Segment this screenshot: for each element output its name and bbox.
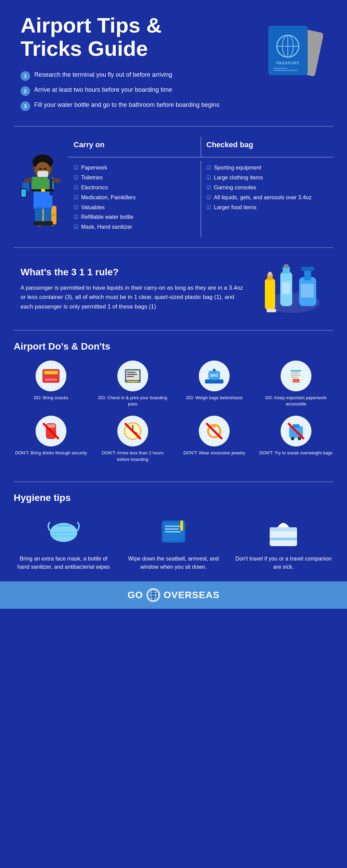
svg-rect-58 [127,374,137,375]
svg-text:COVID-19: COVID-19 [291,380,301,382]
hygiene-grid: Bring an extra face mask, a bottle of ha… [14,512,333,571]
svg-rect-49 [267,309,276,312]
tissue-illustration [265,512,302,550]
checked-item-5: ☑Larger food items [206,204,328,211]
checked-bag-title: Checked bag [206,140,328,149]
svg-rect-59 [127,376,134,377]
checked-bag-items: ☑Sporting equipment ☑Large clothing item… [201,161,333,237]
svg-rect-8 [273,70,297,71]
bags-section: Carry on Checked bag ☑Paperwork ☑Toiletr… [0,127,347,247]
do-snacks-label: DO: Bring snacks [34,395,68,401]
checked-bag-list: ☑Sporting equipment ☑Large clothing item… [206,164,328,211]
svg-rect-24 [50,177,52,196]
dont-item-overweight: DON'T: Try to sneak overweight bags [259,416,334,462]
check-4: ☑ [74,194,78,201]
svg-rect-50 [282,282,291,294]
svg-rect-96 [165,528,179,530]
svg-rect-42 [268,272,272,275]
tip-item-3: 3 Fill your water bottle and go to the b… [21,101,258,111]
svg-rect-25 [48,177,52,179]
svg-point-36 [44,168,47,170]
svg-rect-95 [165,526,182,527]
do-paperwork-label: DO: Keep important paperwork accessible [259,395,334,407]
tip-text-2: Arrive at least two hours before your bo… [34,86,172,94]
hygiene-title: Hygiene tips [14,492,333,503]
svg-point-82 [213,424,216,428]
dont-item-late: DON'T: Arrive less than 2 hours before b… [95,416,170,462]
tip-number-2: 2 [21,86,30,96]
do-snacks-icon: SNACKS [36,361,66,391]
dos-donts-section: Airport Do's & Don'ts SNACKS DO: Bring s… [0,331,347,481]
traveler-illustration [14,137,68,237]
carry-on-item-6: ☑Refillable water bottle [74,214,195,221]
traveler-svg [17,144,65,230]
footer-subtitle: OVERSEAS [164,590,220,601]
checked-item-2: ☑Large clothing items [206,174,328,181]
check-2: ☑ [74,174,78,181]
svg-rect-100 [270,527,297,531]
carry-on-list: ☑Paperwork ☑Toiletries ☑Electronics ☑Med… [74,164,195,231]
svg-point-87 [298,437,301,440]
carry-on-items: ☑Paperwork ☑Toiletries ☑Electronics ☑Med… [68,161,201,237]
tip-item-1: 1 Research the terminal you fly out of b… [21,71,258,81]
hygiene-mask-label: Bring an extra face mask, a bottle of ha… [14,555,113,571]
do-boarding-label: DO: Check in & print your boarding pass [95,395,170,407]
passport-illustration-container: PASSPORT [258,14,326,79]
svg-rect-60 [127,381,139,382]
tip-number-3: 3 [21,101,30,111]
footer-logo: GO [127,590,143,601]
svg-rect-19 [35,207,42,223]
svg-text:PASSPORT: PASSPORT [276,61,299,65]
check-1: ☑ [74,164,78,172]
svg-rect-21 [34,221,44,225]
svg-rect-92 [57,525,70,527]
hygiene-section: Hygiene tips [0,482,347,581]
rule-text: What's the 3 1 1 rule? A passenger is pe… [21,267,248,311]
do-item-snacks: SNACKS DO: Bring snacks [14,361,89,407]
svg-rect-40 [265,279,275,310]
svg-rect-38 [41,189,45,192]
dont-jewelry-label: DON'T: Wear excessive jewelry [183,450,245,456]
rule-section: What's the 3 1 1 rule? A passenger is pe… [0,248,347,330]
carry-on-item-3: ☑Electronics [74,184,195,191]
do-boarding-icon [117,361,148,391]
svg-rect-34 [37,171,48,177]
main-title: Airport Tips & Tricks Guide [21,14,258,60]
dont-overweight-label: DON'T: Try to sneak overweight bags [259,450,333,456]
chk-4: ☑ [206,194,211,201]
svg-rect-70 [291,377,298,378]
check-7: ☑ [74,224,78,231]
donts-grid: DON'T: Bring drinks through security DON… [14,416,333,462]
tip-text-1: Research the terminal you fly out of bef… [34,71,172,79]
toiletries-illustration [258,258,326,320]
wipes-illustration [155,512,192,550]
tip-number-1: 1 [21,71,30,81]
check-3: ☑ [74,184,78,191]
passport-illustration: PASSPORT [261,21,323,79]
rule-title: What's the 3 1 1 rule? [21,267,248,278]
svg-rect-68 [291,373,299,374]
svg-rect-29 [21,189,26,197]
carry-on-item-1: ☑Paperwork [74,164,195,172]
do-weigh-icon: BAG [199,361,230,391]
do-weigh-label: DO: Weigh bags beforehand [186,395,243,401]
carry-on-item-5: ☑Valuables [74,204,195,211]
check-6: ☑ [74,214,78,221]
do-paperwork-icon: COVID-19 [281,361,311,391]
do-item-weigh: BAG DO: Weigh bags beforehand [177,361,252,407]
svg-rect-101 [270,538,297,540]
svg-rect-48 [301,267,314,271]
check-5: ☑ [74,204,78,211]
carry-on-item-2: ☑Toiletries [74,174,195,181]
do-item-boarding: DO: Check in & print your boarding pass [95,361,170,407]
hygiene-wipes-label: Wipe down the seatbelt, armrest, and win… [124,555,223,571]
main-container: Airport Tips & Tricks Guide 1 Research t… [0,0,347,609]
svg-rect-22 [42,221,53,225]
header-left: Airport Tips & Tricks Guide 1 Research t… [21,14,258,116]
header-section: Airport Tips & Tricks Guide 1 Research t… [0,0,347,126]
mask-illustration [45,512,82,550]
toiletries-svg [258,258,326,320]
rule-description: A passenger is permitted to have liquids… [21,283,248,311]
svg-rect-20 [44,207,51,223]
carry-on-item-4: ☑Medication, Painkillers [74,194,195,201]
